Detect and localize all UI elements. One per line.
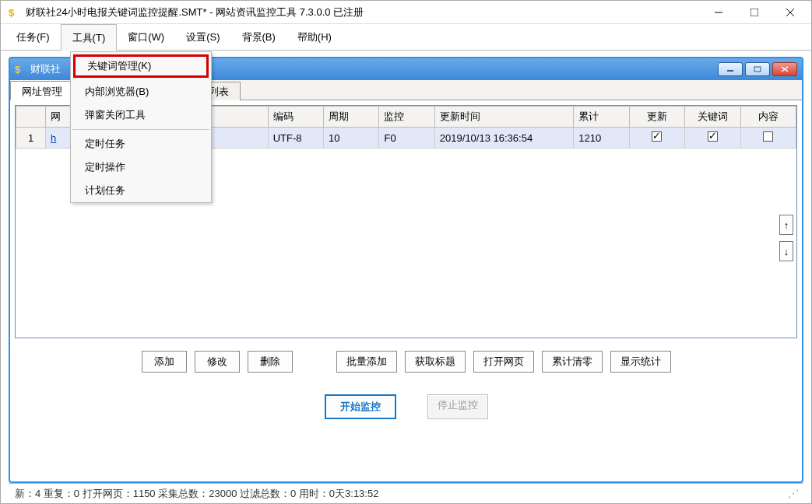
svg-rect-2: [750, 9, 758, 16]
button-row-1: 添加 修改 删除 批量添加 获取标题 打开网页 累计清零 显示统计: [10, 343, 802, 380]
move-down-button[interactable]: ↓: [779, 241, 793, 261]
col-update-time[interactable]: 更新时间: [434, 107, 574, 128]
col-period[interactable]: 周期: [324, 107, 379, 128]
start-monitor-button[interactable]: 开始监控: [325, 394, 396, 419]
tools-dropdown: 关键词管理(K) 内部浏览器(B) 弹窗关闭工具 定时任务 定时操作 计划任务: [70, 51, 212, 203]
window-buttons: [701, 1, 808, 24]
col-rownum[interactable]: [16, 107, 46, 128]
cell-encoding: UTF-8: [268, 128, 323, 149]
menu-popup-close-tool[interactable]: 弹窗关闭工具: [71, 103, 211, 127]
col-monitor[interactable]: 监控: [379, 107, 434, 128]
cell-accum: 1210: [574, 128, 629, 149]
svg-rect-7: [754, 67, 761, 72]
menu-help[interactable]: 帮助(H): [286, 24, 343, 50]
menu-scheduled-task[interactable]: 定时任务: [71, 132, 211, 156]
menu-task[interactable]: 任务(F): [5, 24, 61, 50]
checkbox-update[interactable]: [652, 131, 662, 142]
mdi-icon: $: [15, 64, 26, 75]
col-content-chk[interactable]: 内容: [740, 107, 796, 128]
menu-plan-task[interactable]: 计划任务: [71, 179, 211, 202]
delete-button[interactable]: 删除: [248, 351, 293, 373]
show-stats-button[interactable]: 显示统计: [610, 351, 671, 373]
mdi-close-button[interactable]: [772, 62, 797, 76]
svg-text:$: $: [15, 64, 21, 75]
menu-settings[interactable]: 设置(S): [175, 24, 230, 50]
col-keyword-chk[interactable]: 关键词: [685, 107, 740, 128]
tab-url-manage[interactable]: 网址管理: [10, 81, 74, 100]
col-encoding[interactable]: 编码: [268, 107, 323, 128]
menu-scheduled-action[interactable]: 定时操作: [71, 156, 211, 179]
button-row-2: 开始监控 停止监控: [10, 380, 802, 436]
menu-background[interactable]: 背景(B): [231, 24, 286, 50]
menu-internal-browser[interactable]: 内部浏览器(B): [71, 80, 211, 103]
reorder-arrows: ↑ ↓: [779, 215, 793, 261]
reset-count-button[interactable]: 累计清零: [542, 351, 603, 373]
window-title: 财联社24小时电报关键词监控提醒.SMT* - 网站资讯监控工具 7.3.0.0…: [26, 5, 701, 19]
app-icon: $: [9, 6, 21, 19]
status-text: 新：4 重复：0 打开网页：1150 采集总数：23000 过滤总数：0 用时：…: [15, 487, 378, 501]
open-page-button[interactable]: 打开网页: [473, 351, 534, 373]
cell-monitor: F0: [379, 128, 434, 149]
edit-button[interactable]: 修改: [195, 351, 240, 373]
mdi-minimize-button[interactable]: [718, 62, 743, 76]
menubar: 任务(F) 工具(T) 窗口(W) 设置(S) 背景(B) 帮助(H): [1, 24, 811, 51]
mdi-maximize-button[interactable]: [745, 62, 770, 76]
resize-grip-icon[interactable]: ⋰: [788, 488, 799, 499]
checkbox-keyword[interactable]: [708, 131, 718, 142]
menu-keyword-manage[interactable]: 关键词管理(K): [73, 54, 209, 78]
mdi-window-buttons: [718, 62, 797, 76]
fetch-title-button[interactable]: 获取标题: [405, 351, 466, 373]
stop-monitor-button: 停止监控: [427, 394, 488, 419]
batch-add-button[interactable]: 批量添加: [336, 351, 397, 373]
checkbox-content[interactable]: [763, 131, 773, 142]
maximize-button[interactable]: [736, 1, 772, 24]
svg-text:$: $: [9, 7, 15, 19]
mdi-title-prefix: 财联社: [30, 63, 61, 75]
cell-period: 10: [324, 128, 379, 149]
cell-keyword-chk: [685, 128, 740, 149]
move-up-button[interactable]: ↑: [779, 215, 793, 235]
add-button[interactable]: 添加: [142, 351, 187, 373]
col-accum[interactable]: 累计: [574, 107, 629, 128]
minimize-button[interactable]: [701, 1, 736, 24]
menu-window[interactable]: 窗口(W): [117, 24, 175, 50]
outer-titlebar: $ 财联社24小时电报关键词监控提醒.SMT* - 网站资讯监控工具 7.3.0…: [1, 1, 811, 24]
cell-update-chk: [629, 128, 684, 149]
cell-time: 2019/10/13 16:36:54: [434, 128, 574, 149]
cell-rownum: 1: [16, 128, 46, 149]
statusbar: 新：4 重复：0 打开网页：1150 采集总数：23000 过滤总数：0 用时：…: [9, 483, 803, 503]
menu-tools[interactable]: 工具(T): [61, 24, 118, 51]
close-button[interactable]: [772, 1, 808, 24]
col-update-chk[interactable]: 更新: [629, 107, 684, 128]
cell-content-chk: [740, 128, 796, 149]
menu-separator: [72, 129, 209, 130]
